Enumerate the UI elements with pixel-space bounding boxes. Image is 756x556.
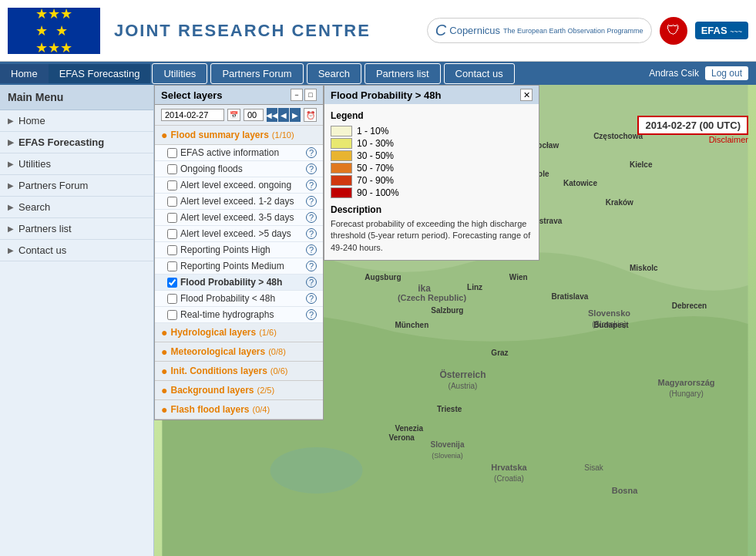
- layer-ongoing-floods: Ongoing floods ?: [155, 161, 323, 177]
- time-input[interactable]: [244, 109, 264, 121]
- layers-maximize-btn[interactable]: □: [304, 89, 317, 101]
- copernicus-logo: C Copernicus The European Earth Observat…: [427, 18, 652, 43]
- layer-flood-prob-lt48h-checkbox[interactable]: [167, 294, 177, 304]
- meteorological-group[interactable]: ● Meteorological layers (0/8): [155, 342, 323, 362]
- sidebar-item-contact[interactable]: ▶ Contact us: [0, 240, 153, 261]
- layer-reporting-medium-info[interactable]: ?: [306, 261, 317, 271]
- init-group-icon: ●: [161, 365, 167, 377]
- layer-flood-prob-48h-checkbox[interactable]: [167, 278, 177, 288]
- layer-ongoing-floods-label: Ongoing floods: [180, 163, 303, 174]
- disclaimer-link[interactable]: Disclaimer: [709, 135, 748, 144]
- layer-ongoing-floods-info[interactable]: ?: [306, 163, 317, 174]
- layer-flood-prob-48h-info[interactable]: ?: [306, 277, 317, 288]
- layer-ongoing-floods-checkbox[interactable]: [167, 164, 177, 174]
- logout-button[interactable]: Log out: [705, 66, 748, 80]
- layer-reporting-high-info[interactable]: ?: [306, 244, 317, 255]
- legend-item-5: 70 - 90%: [331, 175, 533, 186]
- init-conditions-group[interactable]: ● Init. Conditions layers (0/6): [155, 362, 323, 381]
- svg-text:(Czech Republic): (Czech Republic): [398, 293, 467, 302]
- layer-efas-active-checkbox[interactable]: [167, 148, 177, 158]
- prev-prev-btn[interactable]: ◀◀: [267, 108, 277, 122]
- arrow-icon: ▶: [8, 116, 14, 125]
- layers-minimize-btn[interactable]: −: [291, 89, 303, 101]
- date-input[interactable]: [161, 109, 224, 121]
- layer-alert-ongoing-checkbox[interactable]: [167, 180, 177, 190]
- header: ★★★★ ★★★★ JOINT RESEARCH CENTRE C Copern…: [0, 0, 756, 62]
- sidebar: Main Menu ▶ Home ▶ EFAS Forecasting ▶ Ut…: [0, 85, 154, 556]
- layer-alert-ongoing-info[interactable]: ?: [306, 180, 317, 190]
- flood-popup-title: Flood Probability > 48h: [331, 89, 441, 101]
- clock-btn[interactable]: ⏰: [304, 108, 317, 122]
- svg-text:(Slovenia): (Slovenia): [432, 452, 463, 460]
- layer-alert-12-info[interactable]: ?: [306, 196, 317, 207]
- nav-search[interactable]: Search: [307, 63, 361, 84]
- layer-efas-active-label: EFAS active information: [180, 147, 303, 158]
- flood-summary-group[interactable]: ● Flood summary layers (1/10): [155, 126, 323, 145]
- nav-arrows: ◀◀ ◀ ▶: [267, 108, 301, 122]
- legend-label-2: 10 - 30%: [357, 138, 394, 149]
- layer-alert-35-info[interactable]: ?: [306, 212, 317, 223]
- legend-label-5: 70 - 90%: [357, 175, 394, 186]
- city-venezia: Venezia: [395, 424, 423, 433]
- sidebar-item-home[interactable]: ▶ Home: [0, 110, 153, 132]
- header-right: C Copernicus The European Earth Observat…: [427, 17, 748, 45]
- city-graz: Graz: [491, 349, 508, 357]
- layer-alert-5plus-info[interactable]: ?: [306, 228, 317, 239]
- legend-item-6: 90 - 100%: [331, 187, 533, 198]
- sidebar-label-utilities: Utilities: [18, 158, 51, 170]
- date-box: 2014-02-27 (00 UTC): [637, 116, 748, 135]
- calendar-btn[interactable]: 📅: [227, 109, 240, 121]
- legend-color-3: [331, 150, 352, 161]
- next-btn[interactable]: ▶: [290, 108, 301, 122]
- sidebar-item-search[interactable]: ▶ Search: [0, 197, 153, 218]
- legend-label-3: 30 - 50%: [357, 150, 394, 161]
- layer-efas-active-info[interactable]: ?: [306, 147, 317, 158]
- prev-btn[interactable]: ◀: [278, 108, 289, 122]
- flood-popup-close-btn[interactable]: ✕: [520, 89, 533, 101]
- sidebar-item-efas[interactable]: ▶ EFAS Forecasting: [0, 132, 153, 153]
- layer-alert-ongoing: Alert level exceed. ongoing ?: [155, 177, 323, 194]
- sidebar-label-contact: Contact us: [18, 244, 66, 256]
- layer-alert-35-label: Alert level exceed. 3-5 days: [180, 212, 303, 223]
- svg-text:Slovenija: Slovenija: [431, 440, 465, 449]
- nav-home[interactable]: Home: [0, 64, 49, 83]
- sidebar-item-partners-forum[interactable]: ▶ Partners Forum: [0, 175, 153, 197]
- arrow-icon-efas: ▶: [8, 138, 14, 147]
- eu-stars: ★★★★ ★★★★: [35, 5, 72, 56]
- flash-flood-group[interactable]: ● Flash flood layers (0/4): [155, 400, 323, 420]
- layer-alert-35-checkbox[interactable]: [167, 213, 177, 223]
- layer-flood-prob-48h: Flood Probability > 48h ?: [155, 275, 323, 291]
- layer-realtime-hydro: Real-time hydrographs ?: [155, 307, 323, 323]
- username: Andras Csik: [649, 68, 699, 79]
- layer-realtime-hydro-info[interactable]: ?: [306, 309, 317, 320]
- nav-partners-forum[interactable]: Partners Forum: [210, 63, 303, 84]
- description-text: Forecast probability of exceeding the hi…: [331, 218, 533, 254]
- sidebar-item-utilities[interactable]: ▶ Utilities: [0, 153, 153, 175]
- legend-title: Legend: [331, 110, 533, 121]
- layer-realtime-hydro-checkbox[interactable]: [167, 310, 177, 320]
- city-muenchen: München: [395, 321, 428, 329]
- sidebar-item-partners-list[interactable]: ▶ Partners list: [0, 218, 153, 240]
- layer-reporting-high-checkbox[interactable]: [167, 245, 177, 255]
- user-info: Andras Csik Log out: [649, 66, 756, 80]
- layer-alert-35: Alert level exceed. 3-5 days ?: [155, 210, 323, 226]
- city-trieste: Trieste: [437, 405, 462, 413]
- layer-flood-prob-lt48h-info[interactable]: ?: [306, 293, 317, 304]
- main-layout: Main Menu ▶ Home ▶ EFAS Forecasting ▶ Ut…: [0, 85, 756, 556]
- svg-text:Österreich: Österreich: [439, 369, 486, 380]
- background-group[interactable]: ● Background layers (2/5): [155, 381, 323, 400]
- hydrological-group[interactable]: ● Hydrological layers (1/6): [155, 323, 323, 342]
- nav-utilities[interactable]: Utilities: [152, 63, 207, 84]
- layer-reporting-medium-checkbox[interactable]: [167, 261, 177, 271]
- nav-partners-list[interactable]: Partners list: [365, 63, 441, 84]
- nav-contact-us[interactable]: Contact us: [444, 63, 515, 84]
- legend-label-1: 1 - 10%: [357, 126, 388, 136]
- met-group-icon: ●: [161, 345, 167, 358]
- hydro-group-icon: ●: [161, 326, 167, 339]
- nav-efas-forecasting[interactable]: EFAS Forecasting: [49, 64, 151, 83]
- layer-reporting-high-label: Reporting Points High: [180, 244, 303, 255]
- layers-header-buttons: − □: [291, 89, 317, 101]
- layer-alert-ongoing-label: Alert level exceed. ongoing: [180, 180, 303, 190]
- layer-alert-5plus-checkbox[interactable]: [167, 229, 177, 239]
- layer-alert-12-checkbox[interactable]: [167, 197, 177, 207]
